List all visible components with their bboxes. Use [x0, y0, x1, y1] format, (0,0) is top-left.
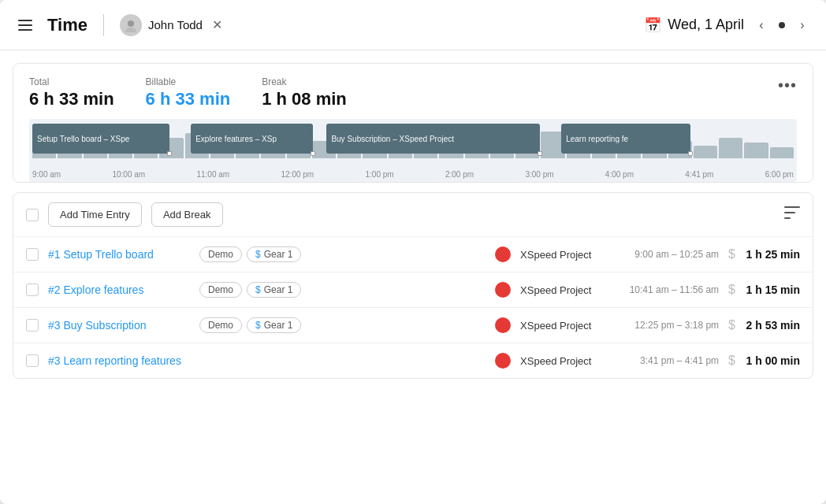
stat-total: Total 6 h 33 min [29, 76, 114, 109]
next-day-button[interactable]: › [791, 14, 813, 36]
time-label-3: 11:00 am [196, 170, 229, 179]
entry-duration: 1 h 00 min [745, 354, 800, 367]
segment-1-label: Setup Trello board – XSpe [37, 135, 129, 143]
dollar-icon: $ [255, 284, 261, 295]
select-all-checkbox[interactable] [26, 209, 39, 221]
entry-checkbox[interactable] [26, 319, 39, 332]
gap [316, 124, 324, 154]
entry-duration: 1 h 25 min [745, 248, 800, 261]
entry-task[interactable]: #1 Setup Trello board [48, 248, 190, 261]
time-label-1: 9:00 am [32, 170, 61, 179]
gear-tag[interactable]: $ Gear 1 [247, 246, 301, 262]
time-label-8: 4:00 pm [605, 170, 634, 179]
project-name: XSpeed Project [520, 355, 607, 367]
segment-3[interactable]: Buy Subscription – XSpeed Project [326, 124, 539, 154]
tag[interactable]: Demo [199, 317, 242, 333]
stats-card: Total 6 h 33 min Billable 6 h 33 min Bre… [13, 63, 813, 183]
svg-rect-7 [784, 217, 791, 219]
entry-checkbox[interactable] [26, 284, 39, 296]
time-label-10: 6:00 pm [765, 170, 794, 179]
header-left: Time John Todd ✕ [13, 13, 644, 38]
timeline-chart: Setup Trello board – XSpe Explore featur… [29, 119, 797, 182]
add-break-button[interactable]: Add Break [151, 202, 223, 227]
app-title: Time [47, 15, 87, 35]
tag[interactable]: Demo [199, 246, 242, 262]
time-range: 12:25 pm – 3:18 pm [616, 320, 719, 331]
app-window: Time John Todd ✕ 📅 Wed, 1 April ‹ › [0, 0, 826, 504]
gear-tag[interactable]: $ Gear 1 [247, 317, 301, 333]
project-color-dot [495, 317, 511, 333]
entry-checkbox[interactable] [26, 354, 39, 367]
stat-billable: Billable 6 h 33 min [146, 76, 231, 109]
project-color-dot [495, 282, 511, 298]
sort-icon[interactable] [784, 206, 800, 223]
tag[interactable]: Demo [199, 282, 242, 298]
entry-checkbox[interactable] [26, 248, 39, 261]
entry-row: #2 Explore features Demo $ Gear 1 XSpeed… [13, 272, 813, 308]
header-divider [103, 14, 104, 36]
stats-row: Total 6 h 33 min Billable 6 h 33 min Bre… [29, 76, 797, 109]
billable-dollar-icon: $ [728, 247, 735, 261]
entry-task[interactable]: #3 Buy Subscription [48, 319, 190, 332]
svg-point-4 [125, 28, 136, 32]
prev-day-button[interactable]: ‹ [750, 14, 772, 36]
billable-dollar-icon: $ [728, 354, 735, 368]
gear-tag[interactable]: $ Gear 1 [247, 282, 301, 298]
user-name: John Todd [148, 18, 203, 32]
project-name: XSpeed Project [520, 249, 607, 261]
entry-task-link[interactable]: #1 Setup Trello board [48, 248, 154, 261]
add-time-entry-button[interactable]: Add Time Entry [48, 202, 142, 227]
entries-toolbar: Add Time Entry Add Break [13, 193, 813, 237]
user-avatar [120, 14, 142, 36]
project-color-dot [495, 353, 511, 369]
time-label-7: 3:00 pm [525, 170, 553, 179]
segment-4-right-handle[interactable] [688, 151, 693, 156]
segment-2[interactable]: Explore features – XSp [191, 124, 313, 154]
project-name: XSpeed Project [520, 320, 607, 332]
entry-duration: 1 h 15 min [745, 284, 800, 296]
entry-row: #1 Setup Trello board Demo $ Gear 1 XSpe… [13, 237, 813, 272]
entry-task-link[interactable]: #2 Explore features [48, 284, 143, 296]
more-options-button[interactable]: ••• [778, 76, 797, 94]
stat-break: Break 1 h 08 min [262, 76, 347, 109]
entry-tags: Demo $ Gear 1 [199, 317, 486, 333]
entries-card: Add Time Entry Add Break #1 Setup Trello… [13, 192, 813, 379]
time-label-6: 2:00 pm [445, 170, 474, 179]
today-dot [779, 22, 785, 28]
dollar-icon: $ [255, 320, 261, 331]
entry-task[interactable]: #2 Explore features [48, 284, 190, 296]
entry-tags: Demo $ Gear 1 [199, 246, 486, 262]
segment-3-right-handle[interactable] [538, 151, 542, 156]
project-color-dot [495, 246, 511, 262]
entry-task-link[interactable]: #3 Learn reporting features [48, 354, 181, 367]
svg-rect-6 [784, 212, 795, 213]
entry-task[interactable]: #3 Learn reporting features [48, 354, 190, 367]
close-icon[interactable]: ✕ [212, 17, 222, 32]
svg-rect-2 [18, 29, 32, 31]
segment-1[interactable]: Setup Trello board – XSpe [32, 124, 169, 154]
svg-rect-1 [18, 24, 32, 26]
segment-2-right-handle[interactable] [311, 151, 315, 156]
billable-label: Billable [146, 76, 231, 87]
time-label-2: 10:00 am [112, 170, 145, 179]
time-range: 10:41 am – 11:56 am [616, 284, 719, 295]
time-label-9: 4:41 pm [685, 170, 713, 179]
entry-row: #3 Buy Subscription Demo $ Gear 1 XSpeed… [13, 308, 813, 343]
segment-1-right-handle[interactable] [167, 151, 172, 156]
project-name: XSpeed Project [520, 284, 607, 296]
svg-rect-5 [784, 206, 800, 208]
header: Time John Todd ✕ 📅 Wed, 1 April ‹ › [0, 0, 826, 50]
segment-2-label: Explore features – XSp [195, 135, 277, 143]
billable-dollar-icon: $ [728, 318, 735, 332]
break-value: 1 h 08 min [262, 89, 347, 109]
timeline-times: 9:00 am 10:00 am 11:00 am 12:00 pm 1:00 … [32, 170, 794, 179]
calendar-icon: 📅 [644, 17, 661, 34]
segment-4[interactable]: Learn reporting fe [561, 124, 690, 154]
time-label-5: 1:00 pm [366, 170, 394, 179]
menu-icon[interactable] [13, 13, 38, 38]
segment-4-label: Learn reporting fe [566, 135, 628, 143]
entry-task-link[interactable]: #3 Buy Subscription [48, 319, 147, 332]
segments-container: Setup Trello board – XSpe Explore featur… [32, 124, 794, 154]
segment-3-label: Buy Subscription – XSpeed Project [331, 135, 454, 143]
svg-rect-0 [18, 20, 32, 21]
